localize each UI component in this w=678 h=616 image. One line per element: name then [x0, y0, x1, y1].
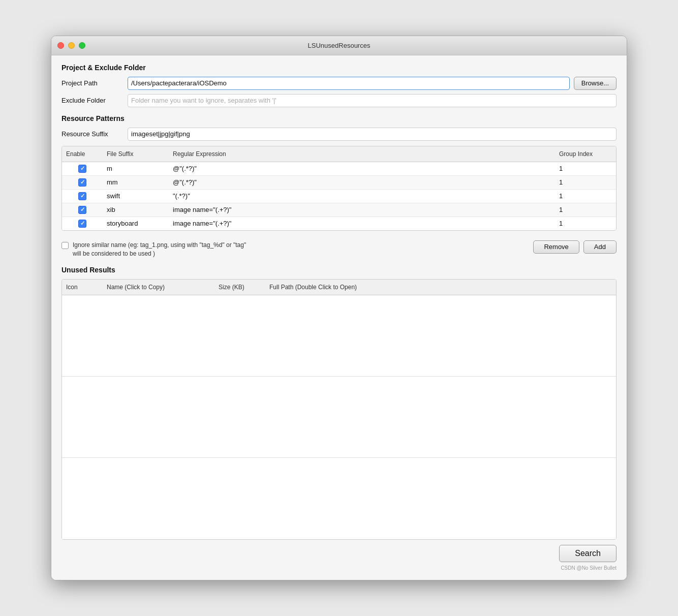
- unused-results-section: Unused Results Icon Name (Click to Copy)…: [61, 266, 617, 540]
- suffix-cell-1: m: [103, 162, 169, 175]
- group-cell-1: 1: [555, 162, 616, 175]
- suffix-cell-4: xib: [103, 203, 169, 216]
- bottom-bar: Search: [61, 540, 617, 564]
- results-col-icon: Icon: [62, 282, 103, 293]
- exclude-folder-row: Exclude Folder: [61, 94, 617, 107]
- enable-cell-4: [62, 203, 103, 217]
- watermark: CSDN @No Silver Bullet: [61, 564, 617, 572]
- group-cell-4: 1: [555, 203, 616, 216]
- table-row: xib image name="(.+?)" 1: [62, 203, 616, 217]
- resource-suffix-input[interactable]: [128, 128, 617, 141]
- titlebar: LSUnusedResources: [51, 36, 627, 55]
- group-cell-5: 1: [555, 217, 616, 230]
- regex-cell-5: image name="(.+?)": [169, 217, 555, 230]
- window-title: LSUnusedResources: [308, 42, 371, 49]
- results-table-body: [62, 295, 616, 539]
- suffix-cell-5: storyboard: [103, 217, 169, 230]
- results-pane-1: [62, 295, 616, 377]
- results-col-size: Size (KB): [214, 282, 265, 293]
- ignore-similar-row: Ignore similar name (eg: tag_1.png, usin…: [61, 241, 246, 258]
- results-col-name: Name (Click to Copy): [103, 282, 214, 293]
- project-path-label: Project Path: [61, 79, 128, 87]
- suffix-cell-3: swift: [103, 190, 169, 202]
- table-row: m @"(.*?)" 1: [62, 162, 616, 176]
- regex-cell-2: @"(.*?)": [169, 176, 555, 189]
- results-col-path: Full Path (Double Click to Open): [265, 282, 616, 293]
- enable-cell-2: [62, 176, 103, 189]
- enable-checkbox-5[interactable]: [78, 220, 86, 228]
- enable-checkbox-3[interactable]: [78, 192, 86, 200]
- resource-suffix-label: Resource Suffix: [61, 130, 128, 138]
- content-area: Project & Exclude Folder Project Path Br…: [51, 55, 627, 580]
- patterns-table-header: Enable File Suffix Regular Expression Gr…: [62, 146, 616, 162]
- remove-button[interactable]: Remove: [533, 240, 579, 254]
- results-table: Icon Name (Click to Copy) Size (KB) Full…: [61, 279, 617, 540]
- table-row: swift "(.*?)" 1: [62, 190, 616, 203]
- project-path-input[interactable]: [128, 77, 570, 90]
- suffix-cell-2: mm: [103, 176, 169, 189]
- group-cell-2: 1: [555, 176, 616, 189]
- regex-cell-1: @"(.*?)": [169, 162, 555, 175]
- results-table-header: Icon Name (Click to Copy) Size (KB) Full…: [62, 280, 616, 295]
- action-buttons: Remove Add: [533, 240, 617, 254]
- project-path-row: Project Path Browse...: [61, 77, 617, 90]
- enable-checkbox-1[interactable]: [78, 165, 86, 173]
- maximize-button[interactable]: [79, 42, 85, 49]
- main-window: LSUnusedResources Project & Exclude Fold…: [51, 36, 627, 581]
- patterns-table: Enable File Suffix Regular Expression Gr…: [61, 146, 617, 231]
- regex-cell-3: "(.*?)": [169, 190, 555, 202]
- unused-results-title: Unused Results: [61, 266, 617, 274]
- enable-checkbox-4[interactable]: [78, 206, 86, 214]
- results-pane-2: [62, 377, 616, 458]
- exclude-folder-input[interactable]: [128, 94, 617, 107]
- table-row: mm @"(.*?)" 1: [62, 176, 616, 190]
- ignore-similar-checkbox[interactable]: [61, 242, 69, 249]
- col-file-suffix: File Suffix: [103, 148, 169, 160]
- group-cell-3: 1: [555, 190, 616, 202]
- resource-patterns-title: Resource Patterns: [61, 114, 617, 122]
- ignore-actions-row: Ignore similar name (eg: tag_1.png, usin…: [61, 236, 617, 258]
- close-button[interactable]: [57, 42, 64, 49]
- browse-button[interactable]: Browse...: [574, 77, 617, 90]
- minimize-button[interactable]: [68, 42, 75, 49]
- results-pane-3: [62, 458, 616, 539]
- resource-patterns-section: Resource Patterns Resource Suffix Enable…: [61, 114, 617, 258]
- patterns-table-body: m @"(.*?)" 1 mm @"(.*?)" 1: [62, 162, 616, 230]
- enable-cell-3: [62, 190, 103, 203]
- enable-cell-5: [62, 217, 103, 230]
- add-button[interactable]: Add: [583, 240, 617, 254]
- search-button[interactable]: Search: [559, 545, 617, 562]
- enable-checkbox-2[interactable]: [78, 178, 86, 187]
- col-group-index: Group Index: [555, 148, 616, 160]
- resource-suffix-row: Resource Suffix: [61, 128, 617, 141]
- col-enable: Enable: [62, 148, 103, 160]
- ignore-similar-label: Ignore similar name (eg: tag_1.png, usin…: [73, 241, 246, 258]
- project-folder-section-title: Project & Exclude Folder: [61, 64, 617, 72]
- regex-cell-4: image name="(.+?)": [169, 203, 555, 216]
- exclude-folder-label: Exclude Folder: [61, 97, 128, 104]
- enable-cell-1: [62, 162, 103, 175]
- window-controls: [57, 42, 85, 49]
- table-row: storyboard image name="(.+?)" 1: [62, 217, 616, 230]
- col-regex: Regular Expression: [169, 148, 555, 160]
